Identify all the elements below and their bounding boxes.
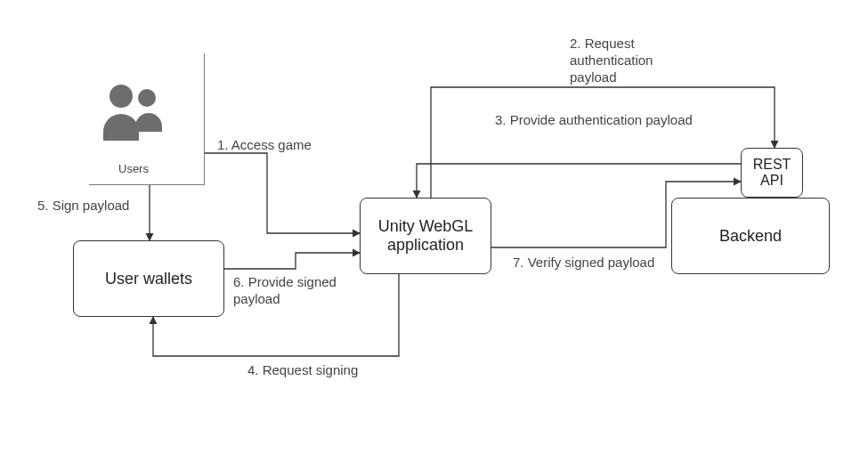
unity-webgl-label: Unity WebGL application	[378, 217, 474, 255]
user-wallets-box: User wallets	[73, 240, 224, 317]
label-provide-auth: 3. Provide authentication payload	[495, 112, 693, 129]
label-access-game: 1. Access game	[217, 137, 312, 154]
label-request-auth: 2. Request authentication payload	[570, 36, 653, 85]
backend-box: Backend	[671, 198, 830, 274]
unity-webgl-box: Unity WebGL application	[360, 198, 491, 274]
backend-label: Backend	[719, 227, 782, 246]
label-sign-payload: 5. Sign payload	[37, 198, 129, 215]
label-verify-signed: 7. Verify signed payload	[513, 255, 654, 272]
label-request-signing: 4. Request signing	[247, 362, 358, 379]
user-wallets-label: User wallets	[105, 270, 192, 288]
label-provide-signed: 6. Provide signed payload	[233, 274, 337, 308]
rest-api-label: REST API	[753, 157, 791, 189]
rest-api-box: REST API	[741, 148, 803, 198]
users-frame	[89, 53, 205, 185]
